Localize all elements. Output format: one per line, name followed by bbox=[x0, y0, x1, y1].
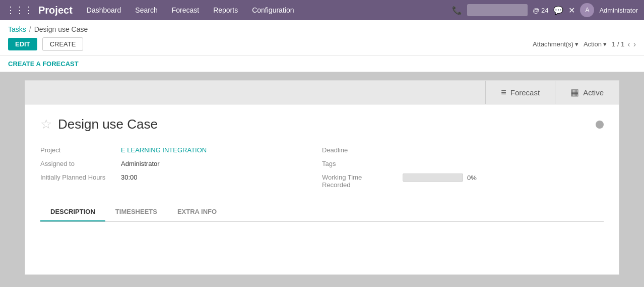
app-title: Project bbox=[38, 5, 73, 16]
nav-menu: Dashboard Search Forecast Reports Config… bbox=[85, 0, 452, 20]
topnav-right: 📞 @ 24 💬 ✕ A Administrator bbox=[452, 3, 638, 17]
create-button[interactable]: CREATE bbox=[42, 37, 84, 51]
edit-button[interactable]: EDIT bbox=[8, 38, 37, 50]
status-tabs: ≡ Forecast ▦ Active bbox=[25, 81, 619, 104]
close-icon[interactable]: ✕ bbox=[568, 6, 575, 15]
star-icon[interactable]: ☆ bbox=[40, 117, 52, 132]
task-detail: ☆ Design use Case Project E LEARNING INT… bbox=[25, 104, 619, 274]
top-navigation: ⋮⋮⋮ Project Dashboard Search Forecast Re… bbox=[0, 0, 644, 20]
create-forecast-link[interactable]: CREATE A FORECAST bbox=[8, 60, 79, 68]
working-time-label: Working TimeRecorded bbox=[322, 174, 403, 189]
breadcrumb: Tasks / Design use Case bbox=[8, 25, 636, 33]
breadcrumb-tasks[interactable]: Tasks bbox=[8, 25, 26, 33]
project-label: Project bbox=[40, 146, 121, 154]
progress-bar-container: 0% bbox=[403, 174, 477, 182]
field-group-left: Project E LEARNING INTEGRATION Assigned … bbox=[40, 146, 322, 189]
pager-prev[interactable]: ‹ bbox=[627, 40, 630, 49]
nav-reports[interactable]: Reports bbox=[211, 0, 240, 20]
breadcrumb-bar: Tasks / Design use Case EDIT CREATE Atta… bbox=[0, 20, 644, 55]
username: Administrator bbox=[599, 7, 638, 14]
tab-extra-info[interactable]: EXTRA INFO bbox=[167, 203, 227, 221]
assigned-to-value: Administrator bbox=[121, 160, 160, 167]
nav-search[interactable]: Search bbox=[133, 0, 159, 20]
status-dot bbox=[596, 121, 604, 129]
attachments-dropdown[interactable]: Attachment(s) ▾ bbox=[533, 40, 578, 48]
phone-icon[interactable]: 📞 bbox=[452, 6, 462, 15]
content-card: ≡ Forecast ▦ Active ☆ Design use Case Pr… bbox=[25, 80, 619, 275]
pager-next[interactable]: › bbox=[633, 40, 636, 49]
planned-hours-label: Initially Planned Hours bbox=[40, 174, 121, 181]
field-assigned-to: Assigned to Administrator bbox=[40, 160, 322, 167]
breadcrumb-separator: / bbox=[29, 25, 31, 33]
field-working-time: Working TimeRecorded 0% bbox=[322, 174, 604, 189]
active-tab-icon: ▦ bbox=[570, 87, 579, 98]
planned-hours-value: 30:00 bbox=[121, 174, 138, 181]
task-fields: Project E LEARNING INTEGRATION Assigned … bbox=[40, 146, 604, 189]
tab-content-description bbox=[40, 222, 604, 262]
deadline-label: Deadline bbox=[322, 146, 403, 154]
nav-configuration[interactable]: Configuration bbox=[250, 0, 296, 20]
topnav-search-input[interactable] bbox=[467, 4, 528, 16]
avatar[interactable]: A bbox=[580, 3, 594, 17]
tab-description[interactable]: DESCRIPTION bbox=[40, 203, 105, 221]
attachments-chevron-icon: ▾ bbox=[575, 40, 578, 48]
breadcrumb-current: Design use Case bbox=[34, 25, 88, 33]
nav-forecast[interactable]: Forecast bbox=[170, 0, 201, 20]
task-title: Design use Case bbox=[58, 117, 158, 132]
action-dropdown[interactable]: Action ▾ bbox=[584, 40, 607, 48]
tab-active[interactable]: ▦ Active bbox=[555, 81, 619, 104]
field-planned-hours: Initially Planned Hours 30:00 bbox=[40, 174, 322, 181]
field-project: Project E LEARNING INTEGRATION bbox=[40, 146, 322, 154]
progress-pct: 0% bbox=[467, 174, 477, 182]
forecast-tab-label: Forecast bbox=[510, 88, 540, 97]
field-tags: Tags bbox=[322, 160, 604, 167]
tags-label: Tags bbox=[322, 160, 403, 167]
pager: 1 / 1 ‹ › bbox=[612, 40, 636, 49]
action-chevron-icon: ▾ bbox=[603, 40, 607, 48]
nav-dashboard[interactable]: Dashboard bbox=[85, 0, 123, 20]
field-group-right: Deadline Tags Working TimeRecorded 0% bbox=[322, 146, 604, 189]
forecast-tab-icon: ≡ bbox=[501, 87, 506, 98]
main-content: ≡ Forecast ▦ Active ☆ Design use Case Pr… bbox=[0, 72, 644, 283]
secondary-bar: CREATE A FORECAST bbox=[0, 55, 644, 72]
notification-badge[interactable]: @ 24 bbox=[533, 7, 548, 14]
detail-tabs: DESCRIPTION TIMESHEETS EXTRA INFO bbox=[40, 203, 604, 222]
progress-bar bbox=[403, 174, 463, 182]
toolbar: EDIT CREATE Attachment(s) ▾ Action ▾ 1 /… bbox=[8, 37, 636, 55]
grid-icon[interactable]: ⋮⋮⋮ bbox=[6, 5, 33, 16]
active-tab-label: Active bbox=[583, 88, 604, 97]
chat-icon[interactable]: 💬 bbox=[553, 6, 563, 15]
tab-timesheets[interactable]: TIMESHEETS bbox=[105, 203, 167, 221]
tab-forecast[interactable]: ≡ Forecast bbox=[485, 81, 555, 104]
task-header: ☆ Design use Case bbox=[40, 117, 604, 132]
assigned-to-label: Assigned to bbox=[40, 160, 121, 167]
field-deadline: Deadline bbox=[322, 146, 604, 154]
project-value[interactable]: E LEARNING INTEGRATION bbox=[121, 146, 207, 154]
